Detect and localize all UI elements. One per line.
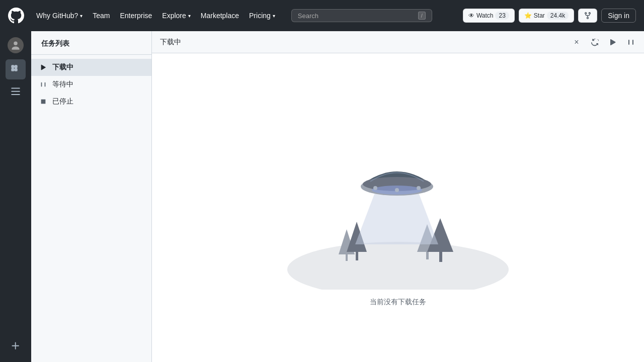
empty-message: 当前没有下载任务 [370,298,426,307]
left-strip [0,31,31,362]
svg-rect-4 [356,249,358,260]
fork-icon [584,12,592,20]
nav-links: Why GitHub? ▾ Team Enterprise Explore ▾ … [32,9,279,23]
main-layout: 任务列表 下载中 等待中 [0,31,644,362]
star-count: 24.4k [547,12,569,20]
fork-button[interactable] [578,9,597,23]
svg-point-14 [395,188,399,192]
star-button[interactable]: ⭐ Star 24.4k [519,9,574,23]
plus-icon [11,341,21,351]
strip-icon-grid[interactable] [6,59,26,79]
nav-right-actions: 👁 Watch 23 ⭐ Star 24.4k Sign in [463,9,636,23]
sidebar-label-downloading: 下载中 [52,63,73,72]
toolbar-pause-button[interactable] [624,35,638,49]
pause-icon [39,80,47,88]
sidebar-item-stopped[interactable]: 已停止 [31,93,151,110]
sidebar-item-waiting[interactable]: 等待中 [31,76,151,93]
content-area: 下载中 × [152,31,644,362]
toolbar-play-button[interactable] [606,35,620,49]
nav-why-github[interactable]: Why GitHub? ▾ [32,9,87,23]
avatar-icon [11,40,21,50]
github-logo-icon[interactable] [8,8,24,24]
svg-point-15 [417,186,421,190]
play-icon [39,63,47,71]
sidebar-item-downloading[interactable]: 下载中 [31,59,151,76]
search-box[interactable]: Search / [291,9,432,22]
search-shortcut-badge: / [418,12,426,20]
watch-count: 23 [495,12,509,20]
toolbar-refresh-button[interactable] [588,35,602,49]
sidebar-list: 下载中 等待中 已停止 [31,55,151,114]
nav-enterprise[interactable]: Enterprise [116,9,156,23]
strip-icon-menu[interactable] [6,81,26,102]
nav-team[interactable]: Team [89,9,114,23]
pricing-chevron-icon: ▾ [273,13,275,19]
toolbar-pause-icon [627,38,635,46]
refresh-icon [591,38,599,46]
star-icon: ⭐ [524,12,532,19]
toolbar-play-icon [609,38,617,46]
task-sidebar: 任务列表 下载中 等待中 [31,31,152,362]
stop-icon [39,98,47,106]
github-navbar: Why GitHub? ▾ Team Enterprise Explore ▾ … [0,0,644,31]
svg-rect-8 [439,249,442,262]
sidebar-label-waiting: 等待中 [52,80,73,89]
nav-pricing[interactable]: Pricing ▾ [245,9,279,23]
nav-marketplace[interactable]: Marketplace [197,9,243,23]
menu-icon [11,86,21,97]
strip-icon-add[interactable] [6,336,26,356]
empty-state: 当前没有下载任务 [152,53,644,362]
grid-icon [11,64,21,74]
watch-button[interactable]: 👁 Watch 23 [463,9,515,23]
eye-icon: 👁 [468,12,474,19]
nav-explore[interactable]: Explore ▾ [158,9,194,23]
explore-chevron-icon: ▾ [188,13,191,19]
sidebar-title: 任务列表 [31,31,151,55]
avatar[interactable] [8,37,24,53]
svg-marker-9 [355,192,438,244]
svg-point-13 [373,186,377,190]
panel-toolbar: 下载中 × [152,31,644,53]
sidebar-label-stopped: 已停止 [52,97,73,106]
svg-rect-2 [346,252,348,261]
why-github-chevron-icon: ▾ [80,13,83,19]
ufo-illustration [282,109,514,290]
svg-point-0 [287,242,509,290]
toolbar-close-button[interactable]: × [570,35,584,49]
nav-sign-in[interactable]: Sign in [601,9,636,23]
panel-toolbar-title: 下载中 [158,38,566,47]
